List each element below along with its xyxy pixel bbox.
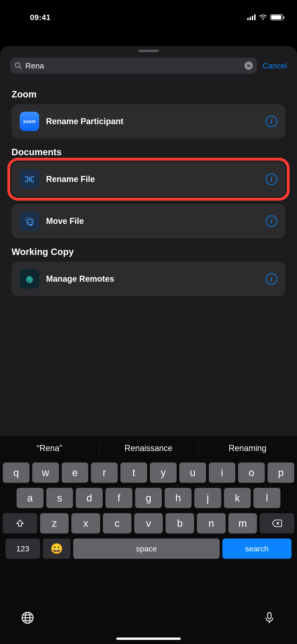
key-c[interactable]: c — [103, 513, 132, 534]
result-row-move-file[interactable]: Move File i — [12, 204, 286, 238]
backspace-icon — [272, 519, 282, 528]
key-space[interactable]: space — [73, 538, 220, 559]
key-delete[interactable] — [260, 513, 294, 534]
key-b[interactable]: b — [166, 513, 194, 534]
section-title-zoom: Zoom — [12, 89, 286, 100]
key-v[interactable]: v — [134, 513, 163, 534]
key-p[interactable]: p — [268, 462, 294, 483]
key-n[interactable]: n — [197, 513, 226, 534]
svg-line-2 — [19, 66, 22, 69]
key-m[interactable]: m — [228, 513, 257, 534]
key-u[interactable]: u — [179, 462, 206, 483]
key-j[interactable]: j — [194, 488, 221, 508]
status-bar: 09:41 — [0, 0, 297, 28]
clear-search-button[interactable] — [244, 62, 253, 70]
x-icon — [246, 64, 251, 68]
key-y[interactable]: y — [150, 462, 176, 483]
info-button[interactable]: i — [266, 215, 277, 227]
key-t[interactable]: t — [120, 462, 147, 483]
key-r[interactable]: r — [91, 462, 118, 483]
result-row-rename-file[interactable]: Rename File i — [12, 162, 286, 196]
info-button[interactable]: i — [266, 273, 277, 285]
key-f[interactable]: f — [106, 488, 132, 508]
key-e[interactable]: e — [62, 462, 88, 483]
key-numbers[interactable]: 123 — [6, 538, 40, 559]
info-button[interactable]: i — [266, 116, 277, 127]
result-label: Move File — [46, 216, 259, 226]
cancel-button[interactable]: Cancel — [262, 61, 287, 70]
svg-rect-7 — [28, 220, 33, 225]
key-s[interactable]: s — [46, 488, 73, 508]
key-o[interactable]: o — [238, 462, 265, 483]
cellular-icon — [247, 14, 256, 20]
key-w[interactable]: w — [32, 462, 59, 483]
search-results: Zoom zoom Rename Participant i Documents — [0, 81, 297, 306]
key-d[interactable]: d — [76, 488, 103, 508]
result-row-rename-participant[interactable]: zoom Rename Participant i — [12, 104, 286, 139]
status-icons — [247, 14, 283, 20]
status-time: 09:41 — [30, 13, 50, 22]
home-indicator[interactable] — [116, 638, 181, 640]
key-a[interactable]: a — [16, 488, 44, 508]
result-row-manage-remotes[interactable]: Manage Remotes i — [12, 262, 286, 296]
search-icon — [14, 62, 22, 70]
battery-icon — [270, 14, 283, 20]
key-k[interactable]: k — [224, 488, 251, 508]
key-shift[interactable] — [3, 513, 37, 534]
suggestion-3[interactable]: Renaming — [198, 444, 297, 453]
section-title-documents: Documents — [12, 147, 286, 157]
suggestion-1[interactable]: “Rena” — [0, 444, 99, 453]
svg-point-1 — [15, 63, 20, 67]
fingerprint-icon — [20, 269, 39, 288]
move-file-icon — [20, 212, 39, 231]
key-emoji[interactable]: 😀 — [43, 538, 70, 559]
keyboard: “Rena” Renaissance Renaming q w e r t y … — [0, 436, 297, 644]
key-i[interactable]: i — [209, 462, 236, 483]
search-input[interactable] — [25, 61, 241, 70]
key-q[interactable]: q — [3, 462, 30, 483]
key-search[interactable]: search — [222, 538, 292, 559]
search-field[interactable] — [10, 58, 257, 74]
key-x[interactable]: x — [71, 513, 100, 534]
sheet-grabber[interactable] — [138, 50, 159, 52]
zoom-app-icon: zoom — [20, 112, 39, 131]
globe-icon[interactable] — [21, 611, 34, 625]
svg-rect-13 — [268, 613, 271, 619]
key-h[interactable]: h — [164, 488, 192, 508]
info-button[interactable]: i — [266, 174, 277, 185]
key-l[interactable]: l — [254, 488, 280, 508]
wifi-icon — [259, 14, 267, 20]
mic-icon[interactable] — [262, 611, 276, 625]
result-label: Manage Remotes — [46, 274, 259, 284]
emoji-icon: 😀 — [50, 543, 63, 555]
suggestion-2[interactable]: Renaissance — [99, 444, 198, 453]
section-title-working-copy: Working Copy — [12, 247, 286, 257]
svg-rect-6 — [26, 218, 31, 223]
rename-file-icon — [20, 170, 39, 189]
result-label: Rename File — [46, 174, 259, 184]
suggestion-bar: “Rena” Renaissance Renaming — [0, 436, 297, 460]
svg-point-0 — [262, 18, 264, 20]
key-z[interactable]: z — [40, 513, 68, 534]
result-label: Rename Participant — [46, 116, 259, 126]
key-g[interactable]: g — [135, 488, 162, 508]
shift-icon — [16, 519, 25, 528]
